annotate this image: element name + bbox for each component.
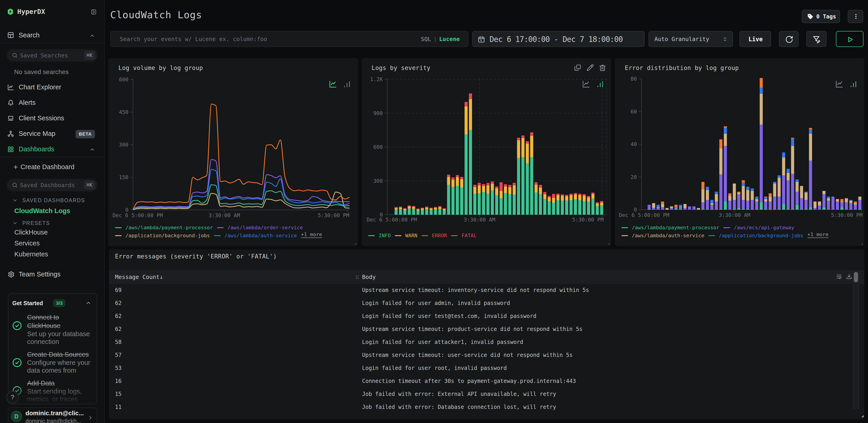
table-row[interactable]: 62Login failed for user test@test.com, i… [109, 310, 864, 323]
cell-body: Login failed for user root, invalid pass… [362, 365, 507, 371]
cell-body: Job failed with error: Database connecti… [362, 404, 556, 410]
query-language-toggle[interactable]: SQL|Lucene [421, 36, 460, 43]
resize-handle[interactable] [606, 241, 610, 245]
divider: | [431, 36, 439, 43]
table-row[interactable]: 62Upstream service timeout: product-serv… [109, 323, 864, 336]
svg-text:60: 60 [630, 109, 637, 115]
legend-more-link[interactable]: +1 more [807, 231, 829, 237]
legend-swatch [621, 227, 628, 228]
run-query-button[interactable] [836, 31, 863, 47]
error-distribution-chart[interactable]: 806040200Dec 6 5:00:00 PM3:30:00 AM5:30:… [615, 58, 864, 246]
table-row[interactable]: 53Login failed for user root, invalid pa… [109, 362, 864, 375]
legend-item: /aws/ecs/api-gateway [723, 225, 794, 231]
play-icon [846, 35, 854, 44]
chart-legend: /aws/lambda/payment-processor/aws/lambda… [115, 224, 307, 231]
sidebar-item-service-map[interactable]: Service MapBETA [0, 126, 104, 142]
event-search-input[interactable]: Search your events w/ Lucene ex. column:… [110, 31, 468, 47]
cell-message-count: 62 [115, 313, 122, 319]
refresh-button[interactable] [779, 31, 799, 47]
svg-text:5:30:00 PM: 5:30:00 PM [318, 213, 349, 218]
sidebar-item-services[interactable]: Services [14, 239, 40, 251]
sidebar-item-kubernetes[interactable]: Kubernetes [14, 251, 48, 261]
table-row[interactable]: 69Upstream service timeout: inventory-se… [109, 284, 864, 297]
table-row[interactable]: 11Job failed with error: Database connec… [109, 401, 864, 414]
legend-label: /application/background-jobs [719, 233, 803, 238]
column-header-body[interactable]: Body [362, 274, 376, 280]
tags-button[interactable]: 0 Tags [802, 10, 840, 23]
filters-button[interactable] [806, 31, 827, 47]
svg-text:Dec 6 5:00:00 PM: Dec 6 5:00:00 PM [367, 217, 417, 223]
create-dashboard-button[interactable]: Create Dashboard [0, 159, 104, 175]
create-dashboard-label: Create Dashboard [21, 163, 74, 171]
nav-label: Alerts [19, 99, 35, 107]
sidebar-item-clickhouse[interactable]: ClickHouse [14, 229, 48, 239]
sidebar-item-chart-explorer[interactable]: Chart Explorer [0, 80, 104, 95]
svg-text:0: 0 [125, 207, 128, 213]
shortcut-badge: ⌘K [84, 181, 95, 189]
download-csv-icon[interactable] [846, 274, 852, 279]
lucene-option[interactable]: Lucene [439, 36, 460, 43]
section-presets[interactable]: PRESETS [8, 219, 99, 227]
saved-dashboards-input[interactable]: Saved Dashboards ⌘K [7, 179, 97, 191]
help-question-mark: ? [11, 394, 14, 401]
sidebar-collapse-icon[interactable] [91, 9, 97, 15]
resize-handle[interactable] [859, 241, 863, 245]
get-started-progress-badge: 3/3 [53, 299, 66, 307]
sidebar-item-team-settings[interactable]: Team Settings [0, 267, 104, 282]
user-menu[interactable]: D dominic.tran@clic... dominic.tran@clic… [8, 407, 97, 423]
resize-handle[interactable] [859, 413, 864, 418]
svg-text:900: 900 [373, 110, 383, 116]
row-wrap-icon[interactable] [836, 274, 842, 279]
chevron-up-icon[interactable] [85, 300, 91, 306]
drag-handle-icon[interactable] [355, 275, 360, 280]
scrollbar-track[interactable] [853, 270, 859, 409]
resize-handle[interactable] [352, 241, 356, 245]
legend-item: INFO [368, 233, 391, 238]
table-row[interactable]: 58Login failed for user attacker1, inval… [109, 336, 864, 349]
get-started-item-subtitle: metrics, or traces [27, 395, 92, 403]
granularity-select[interactable]: Auto Granularity [649, 31, 733, 47]
table-row[interactable]: 57Upstream service timeout: user-service… [109, 349, 864, 362]
chart-card-logs-by-severity: Logs by severity 1.2K9006003000Dec 6 5:0… [362, 58, 611, 246]
cell-message-count: 11 [115, 404, 122, 410]
bell-icon [7, 100, 14, 106]
chart-card-log-volume: Log volume by log group 6004503001500Dec… [108, 58, 358, 246]
table-row[interactable]: 62Login failed for user admin, invalid p… [109, 297, 864, 310]
svg-text:5:30:00 PM: 5:30:00 PM [831, 212, 863, 218]
legend-item: ERROR [422, 233, 447, 238]
legend-label: /aws/lambda/auth-service [632, 233, 704, 238]
scrollbar-thumb[interactable] [854, 272, 858, 282]
cell-message-count: 53 [115, 365, 122, 371]
sidebar-item-alerts[interactable]: Alerts [0, 95, 104, 111]
column-header-message-count[interactable]: Message Count↓ [115, 274, 163, 280]
section-saved-dashboards[interactable]: SAVED DASHBOARDS [8, 196, 99, 205]
sidebar-item-search[interactable]: Search [0, 28, 104, 43]
chevron-up-icon[interactable] [89, 33, 95, 39]
logs-by-severity-chart[interactable]: 1.2K9006003000Dec 6 5:00:00 PM3:30:00 AM… [362, 58, 611, 246]
help-button[interactable]: ? [6, 391, 19, 403]
dashboard-menu-button[interactable] [848, 10, 863, 23]
svg-text:3:30:00 AM: 3:30:00 AM [719, 212, 750, 218]
legend-more-link[interactable]: +1 more [301, 231, 322, 237]
saved-searches-input[interactable]: Saved Searches ⌘K [7, 49, 97, 61]
legend-item: /aws/lambda/payment-processor [621, 225, 719, 231]
sidebar-item-client-sessions[interactable]: Client Sessions [0, 111, 104, 126]
log-volume-chart[interactable]: 6004503001500Dec 6 5:00:00 PM3:30:00 AM5… [108, 58, 358, 246]
cell-message-count: 16 [115, 378, 122, 384]
sidebar-item-dashboards[interactable]: Dashboards [0, 142, 104, 157]
avatar: D [10, 411, 22, 422]
legend-item: /aws/lambda/payment-processor [115, 225, 213, 231]
svg-text:150: 150 [119, 174, 128, 180]
legend-item: /application/background-jobs [708, 233, 803, 238]
sidebar-item-cloudwatch-logs[interactable]: CloudWatch Logs [14, 207, 70, 215]
shortcut-badge: ⌘K [84, 51, 95, 60]
sql-option[interactable]: SQL [421, 36, 431, 43]
get-started-item-title: Connect to [27, 313, 92, 321]
nav-label: Chart Explorer [19, 83, 61, 91]
chevrons-up-down-icon [721, 36, 728, 43]
live-button[interactable]: Live [739, 31, 771, 47]
granularity-value: Auto Granularity [654, 36, 709, 43]
table-row[interactable]: 16Connection timeout after 30s to paymen… [109, 375, 864, 388]
table-row[interactable]: 15Job failed with error: External API un… [109, 388, 864, 401]
date-range-picker[interactable]: Dec 6 17:00:00 - Dec 7 18:00:00 [472, 31, 645, 47]
